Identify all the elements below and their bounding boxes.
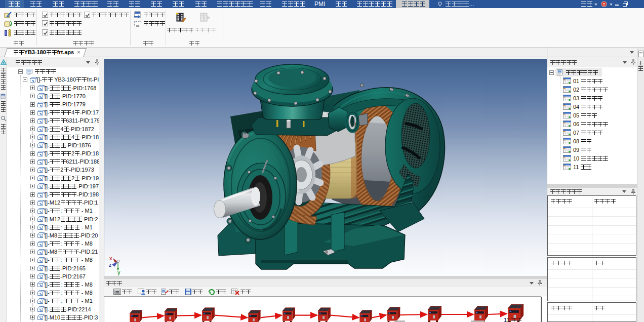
svg-text:z: z [109,262,111,268]
svg-text:x: x [109,256,112,261]
svg-text:?: ? [603,2,606,7]
